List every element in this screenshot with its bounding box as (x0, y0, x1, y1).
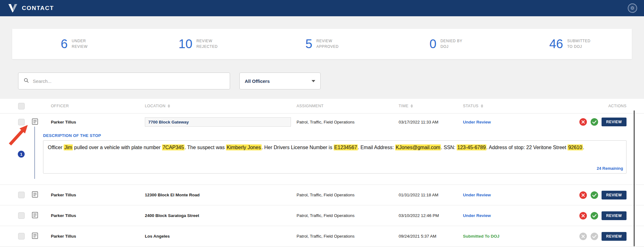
location-cell: Los Angeles (145, 234, 297, 239)
document-icon[interactable] (31, 190, 39, 199)
sort-arrows-icon (168, 104, 170, 108)
column-header-label: TIME (399, 104, 408, 108)
stat-label: SUBMITTEDTO DOJ (567, 38, 591, 49)
column-header-label: ACTIONS (608, 104, 627, 108)
expanded-row-group: Parker Tillus 7700 Block Gateway Patrol,… (0, 113, 644, 185)
approve-icon[interactable] (590, 118, 598, 126)
top-navigation-bar: CONTACT ⚙ (0, 0, 644, 16)
assignment-cell: Patrol, Traffic, Field Operations (297, 213, 399, 218)
reject-icon[interactable] (579, 232, 587, 240)
document-icon[interactable] (31, 118, 39, 126)
status-badge: Under Review (463, 120, 560, 124)
stat-item: 6 UNDERREVIEW (12, 37, 136, 51)
officer-name: Parker Tillus (51, 120, 145, 124)
stat-label: DENIED BYDOJ (440, 38, 462, 49)
row-checkbox[interactable] (18, 192, 25, 198)
stat-item: 5 REVIEWAPPROVED (260, 37, 384, 51)
approve-icon[interactable] (590, 212, 598, 220)
review-button[interactable]: REVIEW (602, 232, 627, 241)
column-header-location[interactable]: LOCATION (145, 104, 297, 108)
officer-name: Parker Tillus (51, 193, 145, 197)
location-cell: 2400 Block Saratoga Street (145, 213, 297, 218)
column-header-actions: ACTIONS (560, 104, 627, 108)
reject-icon[interactable] (579, 212, 587, 220)
location-input[interactable]: 7700 Block Gateway (145, 117, 291, 127)
reject-icon[interactable] (579, 191, 587, 199)
column-header-label: ASSIGNMENT (297, 104, 324, 108)
location-cell: 7700 Block Gateway (145, 117, 297, 127)
time-cell: 01/31/2022 11:18 AM (399, 193, 463, 197)
assignment-cell: Patrol, Traffic, Field Operations (297, 234, 399, 239)
officer-name: Parker Tillus (51, 213, 145, 218)
column-header-label: LOCATION (145, 104, 165, 108)
sort-arrows-icon (481, 104, 483, 108)
annotation-step-badge: 1 (18, 151, 25, 158)
table-row: Parker Tillus 7700 Block Gateway Patrol,… (0, 113, 644, 130)
stat-item: 0 DENIED BYDOJ (384, 37, 508, 51)
column-header-label: OFFICER (51, 104, 69, 108)
description-text: Officer Jim pulled over a vehicle with p… (48, 145, 622, 150)
stat-value: 46 (549, 37, 563, 51)
document-icon[interactable] (31, 211, 39, 219)
description-label: DESCRIPTION OF THE STOP (43, 133, 627, 138)
search-icon (23, 78, 29, 84)
column-header-assignment: ASSIGNMENT (297, 104, 399, 108)
officer-name: Parker Tillus (51, 234, 145, 239)
column-header-officer: OFFICER (51, 104, 145, 108)
stat-item: 10 REVIEWREJECTED (136, 37, 260, 51)
stat-value: 0 (430, 37, 436, 51)
stat-label: REVIEWAPPROVED (316, 38, 339, 49)
officer-filter-dropdown[interactable]: All Officers (239, 73, 321, 89)
stats-card: 6 UNDERREVIEW 10 REVIEWREJECTED 5 REVIEW… (12, 29, 632, 59)
stat-label: UNDERREVIEW (72, 38, 88, 49)
status-badge: Under Review (463, 213, 560, 218)
column-header-status[interactable]: STATUS (463, 104, 560, 108)
stat-value: 5 (305, 37, 312, 51)
document-icon[interactable] (31, 232, 39, 240)
approve-icon[interactable] (590, 191, 598, 199)
app-title: CONTACT (22, 5, 54, 12)
officer-filter-value: All Officers (245, 78, 270, 84)
row-checkbox[interactable] (18, 212, 25, 219)
table-header-row: OFFICER LOCATION ASSIGNMENT TIME STATUS … (0, 99, 644, 113)
table-row: Parker Tillus 12300 Block El Monte Road … (0, 185, 644, 205)
stat-item: 46 SUBMITTEDTO DOJ (508, 37, 632, 51)
vertical-scrollbar[interactable] (634, 110, 635, 246)
select-all-checkbox[interactable] (18, 103, 25, 109)
status-badge: Under Review (463, 193, 560, 197)
assignment-cell: Patrol, Traffic, Field Operations (297, 193, 399, 197)
filter-bar: All Officers (18, 73, 644, 89)
expansion-indicator-line (34, 127, 35, 179)
stops-table: OFFICER LOCATION ASSIGNMENT TIME STATUS … (0, 99, 644, 247)
description-textarea[interactable]: Officer Jim pulled over a vehicle with p… (43, 140, 627, 174)
reject-icon[interactable] (579, 118, 587, 126)
table-row: Parker Tillus Los Angeles Patrol, Traffi… (0, 226, 644, 247)
sort-arrows-icon (410, 104, 413, 108)
column-header-time[interactable]: TIME (399, 104, 463, 108)
time-cell: 03/10/2022 12:46 PM (399, 213, 463, 218)
expanded-description-panel: DESCRIPTION OF THE STOP Officer Jim pull… (0, 130, 644, 184)
table-body: Parker Tillus 7700 Block Gateway Patrol,… (0, 113, 644, 247)
table-row: Parker Tillus 2400 Block Saratoga Street… (0, 205, 644, 226)
review-button[interactable]: REVIEW (602, 118, 627, 126)
search-box[interactable] (18, 73, 230, 89)
chevron-down-icon (312, 80, 315, 82)
veritone-logo (7, 3, 18, 13)
gear-icon[interactable]: ⚙ (628, 3, 637, 13)
assignment-cell: Patrol, Traffic, Field Operations (297, 120, 399, 124)
row-checkbox[interactable] (18, 119, 25, 125)
time-cell: 03/17/2022 11:33 AM (399, 120, 463, 124)
stat-value: 10 (179, 37, 193, 51)
search-input[interactable] (33, 78, 225, 84)
location-cell: 12300 Block El Monte Road (145, 193, 297, 197)
stat-value: 6 (61, 37, 67, 51)
review-button[interactable]: REVIEW (602, 211, 627, 220)
status-badge: Submitted To DOJ (463, 234, 560, 239)
review-button[interactable]: REVIEW (602, 191, 627, 199)
time-cell: 09/24/2021 5:37 AM (399, 234, 463, 239)
remaining-count: 24 Remaining (597, 166, 623, 171)
row-checkbox[interactable] (18, 233, 25, 239)
column-header-label: STATUS (463, 104, 479, 108)
stat-label: REVIEWREJECTED (196, 38, 218, 49)
approve-icon[interactable] (590, 232, 598, 240)
